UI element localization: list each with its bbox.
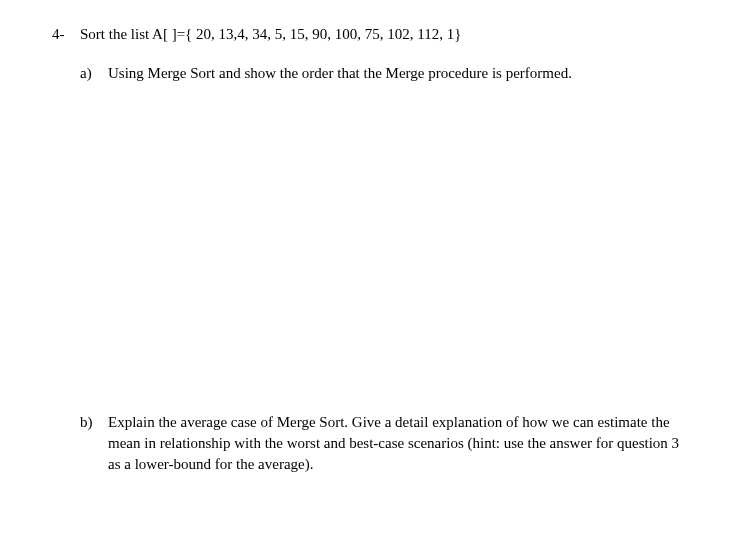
- answer-space-a: [52, 84, 692, 412]
- sub-a-label: a): [80, 63, 108, 84]
- question-text: Sort the list A[ ]={ 20, 13,4, 34, 5, 15…: [80, 24, 692, 45]
- sub-question-b: b) Explain the average case of Merge Sor…: [80, 412, 692, 475]
- sub-question-a: a) Using Merge Sort and show the order t…: [80, 63, 692, 84]
- sub-a-text: Using Merge Sort and show the order that…: [108, 63, 692, 84]
- question-number: 4-: [52, 24, 80, 45]
- question-main: 4- Sort the list A[ ]={ 20, 13,4, 34, 5,…: [52, 24, 692, 45]
- sub-b-label: b): [80, 412, 108, 475]
- sub-b-text: Explain the average case of Merge Sort. …: [108, 412, 692, 475]
